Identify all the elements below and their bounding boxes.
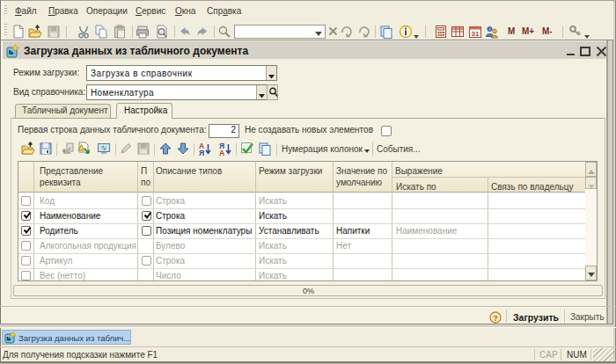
svg-text:31: 31 [472, 30, 480, 38]
svg-text:Я: Я [199, 149, 204, 157]
svg-text:А: А [219, 149, 224, 157]
svg-text:?: ? [493, 314, 498, 323]
